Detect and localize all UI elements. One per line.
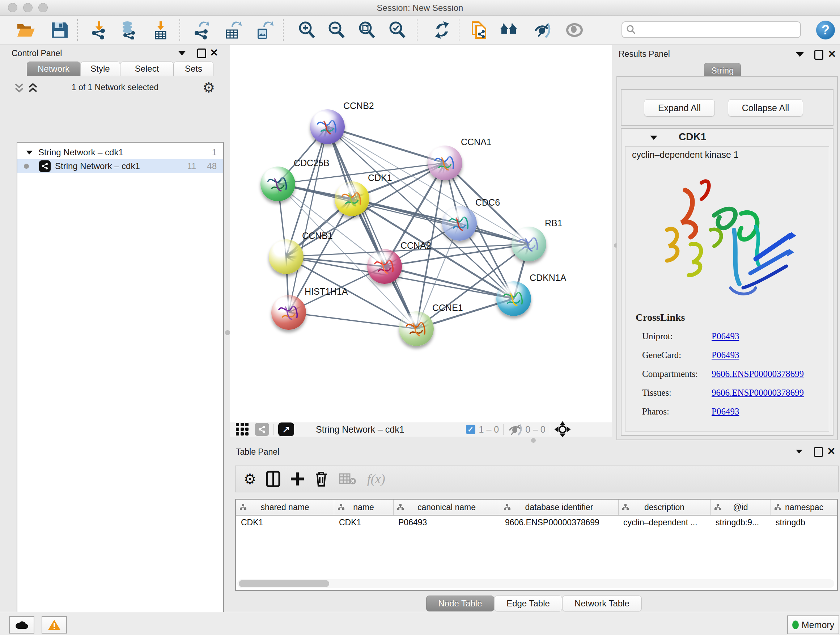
tab-node-table[interactable]: Node Table bbox=[426, 595, 494, 611]
export-network-icon[interactable] bbox=[193, 21, 211, 40]
import-table-icon[interactable] bbox=[151, 21, 170, 40]
column-header-@id[interactable]: @id bbox=[711, 500, 771, 515]
collapse-all-button[interactable]: Collapse All bbox=[728, 99, 803, 117]
cloud-button[interactable] bbox=[9, 616, 34, 633]
control-panel-float-icon[interactable] bbox=[197, 49, 206, 58]
export-table-icon[interactable] bbox=[224, 21, 242, 40]
column-header-name[interactable]: name bbox=[334, 500, 393, 515]
zoom-out-icon[interactable] bbox=[327, 21, 346, 40]
toolbar-separator bbox=[283, 19, 284, 41]
network-canvas[interactable]: CCNB2CCNA1CDC25BCDK1CDC6RB1CCNB1CCNA2CDK… bbox=[230, 45, 612, 422]
tab-network-table[interactable]: Network Table bbox=[562, 595, 642, 611]
detach-view-icon[interactable]: ↗ bbox=[278, 423, 294, 436]
memory-label: Memory bbox=[802, 620, 834, 630]
search-input[interactable] bbox=[636, 24, 800, 35]
selected-checkbox-icon[interactable]: ✓ bbox=[466, 424, 475, 434]
table-cell[interactable]: 9606.ENSP00000378699 bbox=[500, 516, 618, 529]
network-node-cdc6[interactable] bbox=[442, 206, 477, 241]
help-button[interactable]: ? bbox=[816, 21, 835, 40]
table-panel-close-icon[interactable]: ✕ bbox=[827, 448, 835, 455]
protein-collapse-icon[interactable] bbox=[650, 136, 657, 140]
crosslink-link[interactable]: 9606.ENSP00000378699 bbox=[712, 388, 804, 398]
network-node-ccnb1[interactable] bbox=[269, 239, 303, 274]
crosslink-link[interactable]: P06493 bbox=[712, 331, 739, 341]
network-node-rb1[interactable] bbox=[512, 226, 546, 261]
zoom-fit-icon[interactable] bbox=[357, 21, 376, 40]
network-tree-child-row[interactable]: String Network – cdk1 11 48 bbox=[17, 159, 223, 173]
network-node-ccne1[interactable] bbox=[399, 311, 434, 346]
string-clone-network-icon[interactable] bbox=[470, 21, 488, 40]
column-header-description[interactable]: description bbox=[618, 500, 711, 515]
window-title: Session: New Session bbox=[0, 3, 840, 13]
horizontal-splitter-handle[interactable] bbox=[531, 438, 536, 443]
crosslink-link[interactable]: 9606.ENSP00000378699 bbox=[712, 369, 804, 379]
delete-column-icon[interactable] bbox=[314, 470, 328, 487]
warnings-button[interactable] bbox=[42, 616, 67, 633]
table-cell[interactable]: P06493 bbox=[393, 516, 500, 529]
function-builder-icon[interactable]: f(x) bbox=[367, 471, 385, 486]
table-cell[interactable]: CDK1 bbox=[334, 516, 393, 529]
graphics-details-icon[interactable] bbox=[533, 21, 552, 40]
vertical-splitter-handle[interactable] bbox=[225, 330, 230, 335]
overview-eye-icon[interactable] bbox=[565, 21, 584, 40]
control-panel-tabs: NetworkStyleSelectSets bbox=[27, 62, 213, 76]
tab-sets[interactable]: Sets bbox=[174, 62, 213, 76]
crosslink-link[interactable]: P06493 bbox=[712, 350, 739, 360]
tab-select[interactable]: Select bbox=[120, 62, 174, 76]
refresh-icon[interactable] bbox=[433, 21, 452, 40]
tree-expander-icon[interactable] bbox=[26, 150, 33, 154]
network-node-ccna1[interactable] bbox=[428, 146, 462, 180]
network-node-ccnb2[interactable] bbox=[310, 109, 345, 144]
import-database-icon[interactable] bbox=[119, 21, 138, 40]
protein-structure-image bbox=[647, 168, 799, 306]
network-share-icon bbox=[39, 160, 51, 172]
pan-crosshair-icon[interactable] bbox=[554, 421, 570, 437]
node-gloss bbox=[274, 241, 296, 253]
tab-network[interactable]: Network bbox=[27, 62, 80, 76]
split-columns-icon[interactable] bbox=[266, 470, 280, 487]
save-session-icon[interactable] bbox=[50, 21, 69, 40]
results-panel-close-icon[interactable]: ✕ bbox=[828, 51, 836, 58]
crosslink-link[interactable]: P06493 bbox=[712, 407, 739, 417]
network-node-cdk1[interactable] bbox=[335, 181, 369, 216]
memory-button[interactable]: Memory bbox=[787, 616, 839, 634]
network-options-gear-icon[interactable]: ⚙ bbox=[202, 80, 215, 96]
column-header-canonical-name[interactable]: canonical name bbox=[393, 500, 500, 515]
clear-table-icon[interactable] bbox=[339, 472, 356, 486]
network-node-cdc25b[interactable] bbox=[261, 166, 295, 201]
results-panel-collapse-icon[interactable] bbox=[796, 52, 804, 57]
table-cell[interactable]: cyclin–dependent ... bbox=[618, 516, 711, 529]
table-panel-float-icon[interactable] bbox=[814, 447, 823, 457]
table-panel-collapse-icon[interactable] bbox=[796, 450, 802, 453]
node-gloss bbox=[516, 228, 539, 241]
open-session-icon[interactable] bbox=[16, 21, 35, 40]
zoom-selected-icon[interactable] bbox=[388, 21, 407, 40]
tab-style[interactable]: Style bbox=[80, 62, 120, 76]
control-panel-collapse-icon[interactable] bbox=[178, 51, 186, 55]
network-tree-root-row[interactable]: String Network – cdk1 1 bbox=[17, 146, 223, 159]
add-column-icon[interactable] bbox=[290, 471, 305, 486]
column-header-database-identifier[interactable]: database identifier bbox=[500, 500, 619, 515]
collection-count: 1 bbox=[212, 147, 217, 157]
table-hscrollbar[interactable] bbox=[237, 579, 834, 588]
houses-icon[interactable] bbox=[499, 21, 518, 40]
export-image-icon[interactable] bbox=[255, 21, 273, 40]
expand-all-button[interactable]: Expand All bbox=[644, 99, 715, 117]
zoom-in-icon[interactable] bbox=[297, 21, 316, 40]
control-panel-close-icon[interactable]: ✕ bbox=[210, 49, 218, 57]
table-cell[interactable]: stringdb:9... bbox=[711, 516, 771, 529]
column-header-namespac[interactable]: namespac bbox=[771, 500, 838, 515]
tab-edge-table[interactable]: Edge Table bbox=[494, 595, 562, 611]
import-network-icon[interactable] bbox=[90, 21, 109, 40]
network-node-hist1h1a[interactable] bbox=[271, 295, 306, 330]
column-header-shared-name[interactable]: shared name bbox=[236, 500, 334, 515]
table-settings-gear-icon[interactable]: ⚙ bbox=[243, 470, 256, 487]
grid-view-icon[interactable] bbox=[235, 422, 249, 437]
network-node-ccna2[interactable] bbox=[367, 249, 402, 284]
table-cell[interactable]: stringdb bbox=[771, 516, 838, 529]
share-view-icon[interactable] bbox=[255, 423, 269, 436]
results-panel-float-icon[interactable] bbox=[814, 50, 823, 60]
network-node-cdkn1a[interactable] bbox=[496, 281, 531, 316]
scrollbar-thumb[interactable] bbox=[239, 580, 329, 587]
table-cell[interactable]: CDK1 bbox=[236, 516, 334, 529]
